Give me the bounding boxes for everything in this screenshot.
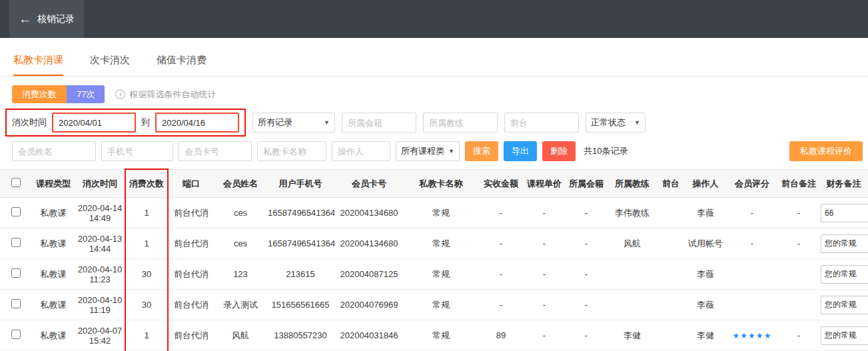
cell-coach: 李伟教练 bbox=[608, 198, 657, 228]
chevron-down-icon: ▼ bbox=[448, 148, 454, 155]
filter-row-1: 消次时间 到 所有记录 ▼ 正常状态 ▼ bbox=[5, 109, 868, 137]
cell-time: 2020-04-10 11:23 bbox=[75, 259, 125, 290]
stats-hint-text: 根据筛选条件自动统计 bbox=[129, 89, 216, 101]
cell-port: 前台代消 bbox=[168, 290, 215, 320]
stats-hint: i 根据筛选条件自动统计 bbox=[115, 89, 216, 101]
cell-finance_note bbox=[819, 228, 868, 259]
cell-unit_price: - bbox=[524, 290, 565, 320]
tab-stored-value-card[interactable]: 储值卡消费 bbox=[157, 46, 207, 76]
cell-rating: - bbox=[726, 198, 778, 228]
cell-course_type: 私教课 bbox=[32, 198, 75, 228]
column-header-3: 消费次数 bbox=[125, 170, 168, 198]
row-checkbox[interactable] bbox=[11, 330, 21, 339]
column-header-checkbox bbox=[0, 170, 32, 198]
pt-card-name-input[interactable] bbox=[257, 141, 326, 161]
search-button[interactable]: 搜索 bbox=[465, 141, 498, 161]
row-checkbox[interactable] bbox=[11, 207, 21, 216]
chevron-down-icon: ▼ bbox=[634, 119, 640, 126]
column-header-12: 所属教练 bbox=[608, 170, 657, 198]
back-button[interactable]: ← 核销记录 bbox=[9, 0, 84, 38]
cell-member: 风航 bbox=[215, 320, 266, 351]
record-type-select[interactable]: 所有记录 ▼ bbox=[252, 113, 335, 133]
cell-course_type: 私教课 bbox=[32, 259, 75, 290]
member-card-input[interactable] bbox=[179, 141, 252, 161]
cell-course_type: 私教课 bbox=[32, 290, 75, 320]
membership-filter-input[interactable] bbox=[342, 113, 416, 133]
cell-pt_card: 常规 bbox=[404, 320, 478, 351]
cell-pt_card: 常规 bbox=[404, 198, 478, 228]
cell-unit_price: - bbox=[524, 259, 565, 290]
cell-operator: 试用帐号 bbox=[685, 228, 726, 259]
status-select[interactable]: 正常状态 ▼ bbox=[586, 113, 646, 133]
date-from-input[interactable] bbox=[52, 113, 136, 133]
cell-phone: 213615 bbox=[266, 259, 334, 290]
cell-front_note: - bbox=[778, 320, 819, 351]
cell-count: 30 bbox=[125, 259, 168, 290]
record-count-text: 共10条记录 bbox=[584, 145, 628, 157]
column-header-13: 前台 bbox=[657, 170, 685, 198]
cell-membership: - bbox=[565, 320, 608, 351]
page-title: 核销记录 bbox=[37, 13, 75, 25]
cell-port: 前台代消 bbox=[168, 259, 215, 290]
cell-frontdesk bbox=[657, 320, 685, 351]
phone-input[interactable] bbox=[101, 141, 173, 161]
delete-button[interactable]: 删除 bbox=[542, 141, 576, 161]
tab-count-card[interactable]: 次卡消次 bbox=[90, 46, 130, 76]
cell-pt_card: 常规 bbox=[404, 290, 478, 320]
cell-unit_price: - bbox=[524, 320, 565, 351]
member-name-input[interactable] bbox=[12, 141, 96, 161]
cell-frontdesk bbox=[657, 228, 685, 259]
cell-count: 1 bbox=[125, 320, 168, 351]
cell-count: 1 bbox=[125, 198, 168, 228]
cell-frontdesk bbox=[657, 259, 685, 290]
cell-time: 2020-04-10 11:19 bbox=[75, 290, 125, 320]
cell-unit_price: - bbox=[524, 198, 565, 228]
cell-rating: ★★★★★ bbox=[726, 320, 778, 351]
finance-note-input[interactable] bbox=[821, 265, 868, 284]
cell-time: 2020-04-14 14:49 bbox=[75, 198, 125, 228]
select-all-checkbox[interactable] bbox=[11, 178, 21, 187]
consumption-count-badge-label: 消费次数 bbox=[12, 85, 67, 103]
cell-member: ces bbox=[215, 228, 266, 259]
column-header-17: 财务备注 bbox=[819, 170, 868, 198]
coach-filter-input[interactable] bbox=[423, 113, 498, 133]
tab-private-coach-card[interactable]: 私教卡消课 bbox=[13, 46, 63, 76]
record-type-select-value: 所有记录 bbox=[258, 117, 292, 129]
annotation-date-filter: 消次时间 到 bbox=[5, 109, 246, 137]
table-row: 私教课2020-04-07 15:421前台代消风航13880557230202… bbox=[0, 320, 868, 351]
cell-time: 2020-04-07 15:42 bbox=[75, 320, 125, 351]
cell-pt_card: 常规 bbox=[404, 228, 478, 259]
filter-row-2: 所有课程类 ▼ 搜索 导出 删除 共10条记录 私教课程评价 bbox=[12, 141, 868, 161]
row-checkbox[interactable] bbox=[11, 299, 21, 308]
finance-note-input[interactable] bbox=[821, 296, 868, 314]
top-bar: ← 核销记录 bbox=[0, 0, 868, 38]
operator-input[interactable] bbox=[332, 141, 390, 161]
cell-member: 123 bbox=[215, 259, 266, 290]
cell-card: 202004031846 bbox=[334, 320, 404, 351]
cell-port: 前台代消 bbox=[168, 320, 215, 351]
date-range-label: 消次时间 bbox=[12, 117, 47, 129]
cell-count: 30 bbox=[125, 290, 168, 320]
course-type-select[interactable]: 所有课程类 ▼ bbox=[396, 141, 460, 161]
row-checkbox[interactable] bbox=[11, 238, 21, 247]
row-checkbox[interactable] bbox=[11, 268, 21, 278]
cell-finance_note bbox=[819, 259, 868, 290]
date-to-input[interactable] bbox=[155, 113, 239, 133]
cell-phone: 13880557230 bbox=[266, 320, 334, 351]
column-header-2: 消次时间 bbox=[75, 170, 125, 198]
finance-note-input[interactable] bbox=[821, 234, 868, 253]
cell-rating: - bbox=[726, 228, 778, 259]
pt-course-evaluate-button[interactable]: 私教课程评价 bbox=[789, 141, 863, 161]
back-arrow-icon: ← bbox=[19, 13, 31, 25]
cell-pt_card: 常规 bbox=[404, 259, 478, 290]
cell-operator: 李薇 bbox=[685, 198, 726, 228]
finance-note-input[interactable] bbox=[821, 204, 868, 222]
cell-finance_note bbox=[819, 198, 868, 228]
cell-membership: - bbox=[565, 259, 608, 290]
cell-member: 录入测试 bbox=[215, 290, 266, 320]
export-button[interactable]: 导出 bbox=[504, 141, 537, 161]
finance-note-input[interactable] bbox=[821, 326, 868, 345]
cell-finance_note bbox=[819, 320, 868, 351]
verification-records-page: ← 核销记录 私教卡消课 次卡消次 储值卡消费 消费次数 77次 i 根据筛选条… bbox=[0, 0, 868, 351]
frontdesk-filter-input[interactable] bbox=[504, 113, 579, 133]
